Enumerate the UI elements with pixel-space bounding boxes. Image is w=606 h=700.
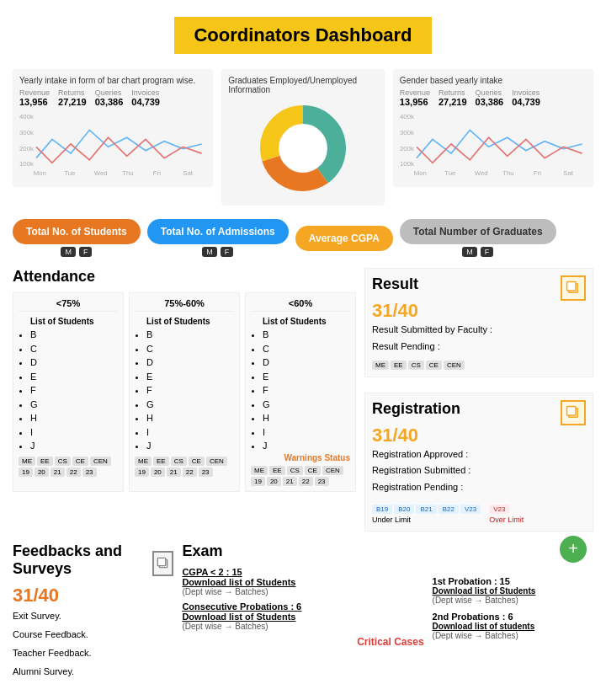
feedback-header: Feedbacks and Surveys (13, 542, 173, 585)
dept-tag[interactable]: CE (189, 457, 205, 466)
limit-tag[interactable]: B20 (394, 505, 414, 514)
dept-tag[interactable]: EE (37, 457, 53, 466)
total-students-button[interactable]: Total No. of Students (13, 219, 141, 244)
dept-tag[interactable]: EE (269, 466, 285, 475)
list-item: C (263, 342, 350, 356)
average-cgpa-button[interactable]: Average CGPA (295, 226, 393, 251)
year-tag[interactable]: 20 (267, 477, 281, 486)
feedback-box: Feedbacks and Surveys 31/40 Exit Survey.… (13, 542, 173, 681)
year-tag[interactable]: 19 (251, 477, 265, 486)
exam-consecutive-download-link[interactable]: Download list of Students (182, 612, 423, 622)
right-line-chart: 400k 300k 200k 100k Mon Tue Wed Thu Fri … (400, 110, 587, 178)
critical-cases-label: Critical Cases (182, 636, 423, 648)
dept-tag[interactable]: ME (135, 457, 152, 466)
dept-tag[interactable]: CEN (322, 466, 343, 475)
dept-tag[interactable]: CEN (444, 361, 465, 370)
dept-tag[interactable]: CS (171, 457, 187, 466)
result-pending-label: Result Pending : (372, 339, 586, 355)
dept-tag[interactable]: CE (72, 457, 88, 466)
year-tag[interactable]: 21 (167, 468, 181, 477)
list-item: C (30, 342, 118, 356)
att-col-2-year-tags: 19 20 21 22 23 (135, 468, 234, 477)
year-tag[interactable]: 22 (299, 477, 313, 486)
list-item: D (263, 355, 350, 370)
att-col-1-year-tags: 19 20 21 22 23 (19, 468, 118, 477)
year-tag[interactable]: 22 (66, 468, 81, 477)
total-students-female-btn[interactable]: F (79, 247, 93, 257)
total-graduates-male-btn[interactable]: M (462, 247, 477, 257)
dept-tag[interactable]: CEN (90, 457, 111, 466)
dept-tag[interactable]: CS (287, 466, 303, 475)
list-item: F (30, 383, 118, 398)
registration-approved-label: Registration Approved : (372, 446, 586, 463)
year-tag[interactable]: 20 (35, 468, 49, 477)
dept-tag[interactable]: CEN (206, 457, 227, 466)
limit-tag[interactable]: V23 (489, 505, 509, 514)
svg-text:Mon: Mon (34, 169, 46, 177)
list-item: H (263, 411, 350, 425)
dept-tag[interactable]: ME (372, 361, 389, 370)
year-tag[interactable]: 22 (183, 468, 197, 477)
exam-cgpa-download-link[interactable]: Download list of Students (182, 577, 423, 587)
total-admissions-sub: M F (202, 247, 233, 257)
svg-text:300k: 300k (400, 129, 414, 136)
dept-tag[interactable]: EE (391, 361, 407, 370)
total-students-male-btn[interactable]: M (61, 247, 76, 257)
dept-tag[interactable]: ME (251, 466, 268, 475)
registration-info: Registration Approved : Registration Sub… (372, 446, 586, 496)
stats-buttons-row: Total No. of Students M F Total No. of A… (0, 212, 606, 264)
registration-pending-label: Registration Pending : (372, 479, 586, 496)
total-graduates-button[interactable]: Total Number of Graduates (400, 219, 556, 244)
average-cgpa-wrap: Average CGPA (295, 226, 393, 251)
svg-text:Thu: Thu (502, 169, 513, 177)
limit-tag[interactable]: B21 (416, 505, 436, 514)
total-admissions-female-btn[interactable]: F (221, 247, 234, 257)
result-info: Result Submitted by Faculty : Result Pen… (372, 322, 586, 355)
list-item: I (263, 425, 350, 440)
list-item: G (30, 398, 118, 412)
dept-tag[interactable]: CE (426, 361, 442, 370)
total-admissions-button[interactable]: Total No. of Admissions (147, 219, 289, 244)
revenue-stat: Revenue 13,956 (19, 88, 50, 107)
dept-tag[interactable]: EE (153, 457, 169, 466)
limit-tag[interactable]: V23 (460, 505, 481, 514)
limit-tag[interactable]: B22 (439, 505, 459, 514)
list-item: J (30, 439, 118, 453)
year-tag[interactable]: 23 (82, 468, 97, 477)
year-tag[interactable]: 20 (151, 468, 165, 477)
year-tag[interactable]: 21 (283, 477, 297, 486)
list-item: B (30, 328, 118, 342)
svg-text:200k: 200k (400, 145, 414, 152)
attendance-col-2: 75%-60% List of Students B C D E F G H I… (129, 292, 240, 492)
second-probation-download-link[interactable]: Download list of students (433, 622, 593, 631)
plus-button[interactable]: + (560, 536, 587, 563)
list-label-1: List of Students (30, 315, 118, 328)
over-limit-label: Over Limit (489, 516, 524, 524)
limit-tag[interactable]: B19 (372, 505, 392, 514)
list-item: B (263, 328, 350, 342)
over-limit-group: V23 Over Limit (489, 501, 524, 524)
att-col-3-dept-tags: ME EE CS CE CEN (251, 466, 350, 475)
attendance-title: Attendance (13, 268, 356, 286)
exam-box: Exam CGPA < 2 : 15 Download list of Stud… (182, 542, 423, 681)
year-tag[interactable]: 23 (315, 477, 329, 486)
attendance-grid: <75% List of Students B C D E F G H I J … (13, 292, 356, 492)
year-tag[interactable]: 23 (199, 468, 213, 477)
year-tag[interactable]: 19 (135, 468, 149, 477)
list-item: D (30, 355, 118, 370)
total-graduates-female-btn[interactable]: F (481, 247, 494, 257)
total-admissions-male-btn[interactable]: M (202, 247, 217, 257)
queries-stat: Queries 03,386 (95, 88, 124, 107)
att-col-1-list: List of Students B C D E F G H I J (19, 315, 118, 453)
year-tag[interactable]: 19 (19, 468, 33, 477)
dept-tag[interactable]: CE (305, 466, 321, 475)
year-tag[interactable]: 21 (50, 468, 65, 477)
list-item: J (263, 439, 350, 453)
feedback-item: Exit Survey. (13, 606, 173, 625)
dept-tag[interactable]: ME (19, 457, 35, 466)
first-probation-download-link[interactable]: Download list of Students (433, 586, 593, 596)
dept-tag[interactable]: CS (408, 361, 424, 370)
dept-tag[interactable]: CS (55, 457, 71, 466)
registration-value: 31/40 (372, 425, 586, 446)
svg-text:100k: 100k (19, 160, 34, 168)
